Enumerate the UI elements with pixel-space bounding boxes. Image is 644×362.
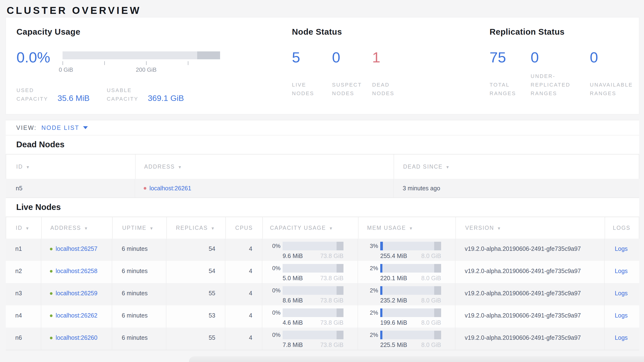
node-status-panel: Node Status 5 LIVE NODES 0 SUSPECT NODES… bbox=[292, 27, 420, 98]
node-replicas: 53 bbox=[166, 305, 225, 327]
view-label: VIEW: bbox=[16, 124, 36, 131]
axis-tick bbox=[62, 61, 63, 65]
logs-link[interactable]: Logs bbox=[615, 268, 628, 274]
node-status-title: Node Status bbox=[292, 27, 420, 37]
table-row: n3 localhost:26259 6 minutes 55 4 0% 8.6… bbox=[6, 283, 639, 305]
node-address-cell: localhost:26257 bbox=[41, 239, 112, 261]
live-col-cpus: CPUS bbox=[225, 217, 262, 239]
node-uptime: 6 minutes bbox=[112, 283, 166, 305]
sort-desc-icon bbox=[329, 225, 334, 231]
dead-col-id[interactable]: ID bbox=[6, 154, 135, 179]
axis-tick bbox=[188, 61, 188, 65]
capacity-bar-axis: 0 GiB 200 GiB bbox=[62, 59, 220, 72]
node-replicas: 55 bbox=[166, 283, 225, 305]
live-col-address[interactable]: ADDRESS bbox=[41, 217, 112, 239]
node-uptime: 6 minutes bbox=[112, 305, 166, 327]
live-nodes-table-body: n1 localhost:26257 6 minutes 54 4 0% 9.6… bbox=[6, 239, 639, 350]
live-col-uptime[interactable]: UPTIME bbox=[112, 217, 166, 239]
unavailable-count: 0 bbox=[590, 49, 644, 66]
unavailable-ranges-stat: 0 UNAVAILABLE RANGES bbox=[590, 49, 644, 98]
node-capacity-usage: 0% 9.6 MiB73.8 GiB bbox=[262, 239, 358, 261]
dead-node-address-cell: localhost:26261 bbox=[134, 179, 393, 198]
dead-node-id: n5 bbox=[6, 179, 134, 198]
node-address-link[interactable]: localhost:26262 bbox=[56, 312, 98, 319]
under-replicated-count: 0 bbox=[530, 49, 590, 66]
live-col-version[interactable]: VERSION bbox=[456, 217, 604, 239]
dead-node-dead-since: 3 minutes ago bbox=[393, 179, 638, 198]
sort-desc-icon bbox=[178, 163, 182, 170]
node-address-link[interactable]: localhost:26260 bbox=[56, 334, 98, 341]
dead-nodes-label: DEAD NODES bbox=[372, 81, 408, 98]
table-row: n4 localhost:26262 6 minutes 53 4 0% 4.6… bbox=[6, 305, 639, 327]
node-capacity-usage: 0% 5.0 MiB73.8 GiB bbox=[262, 261, 358, 283]
node-id: n2 bbox=[6, 261, 41, 283]
node-address-link[interactable]: localhost:26259 bbox=[56, 290, 98, 296]
view-mode-dropdown[interactable]: NODE LIST bbox=[41, 124, 88, 131]
logs-link[interactable]: Logs bbox=[615, 290, 628, 296]
chevron-down-icon bbox=[83, 126, 88, 129]
node-cpus: 4 bbox=[225, 283, 262, 305]
logs-link[interactable]: Logs bbox=[615, 312, 628, 319]
usable-capacity-stat: USABLE CAPACITY 369.1 GiB bbox=[107, 86, 184, 103]
live-col-mem-usage[interactable]: MEM USAGE bbox=[358, 217, 456, 239]
replication-status-title: Replication Status bbox=[490, 27, 644, 37]
node-mem-usage: 3% 255.4 MiB8.0 GiB bbox=[358, 239, 455, 261]
sort-desc-icon bbox=[446, 163, 450, 170]
replication-status-panel: Replication Status 75 TOTAL RANGES 0 UND… bbox=[490, 27, 644, 98]
node-mem-usage: 2% 220.1 MiB8.0 GiB bbox=[358, 261, 455, 283]
node-version: v19.2.0-alpha.20190606-2491-gfe735c9a97 bbox=[455, 283, 604, 305]
memory-mini-bar bbox=[380, 331, 441, 339]
dead-col-address[interactable]: ADDRESS bbox=[135, 154, 394, 179]
capacity-mini-bar bbox=[282, 286, 344, 295]
node-version: v19.2.0-alpha.20190606-2491-gfe735c9a97 bbox=[455, 305, 604, 327]
dead-col-dead-since[interactable]: DEAD SINCE bbox=[394, 154, 638, 179]
used-capacity-stat: USED CAPACITY 35.6 MiB bbox=[16, 86, 90, 103]
node-address-link[interactable]: localhost:26257 bbox=[56, 245, 98, 252]
live-nodes-count: 5 bbox=[292, 49, 332, 66]
node-logs-cell: Logs bbox=[604, 327, 638, 350]
dead-nodes-heading: Dead Nodes bbox=[6, 135, 639, 154]
node-cpus: 4 bbox=[225, 261, 262, 283]
usable-capacity-value: 369.1 GiB bbox=[148, 93, 184, 103]
node-version: v19.2.0-alpha.20190606-2491-gfe735c9a97 bbox=[455, 261, 604, 283]
node-version: v19.2.0-alpha.20190606-2491-gfe735c9a97 bbox=[455, 239, 604, 261]
dead-nodes-stat: 1 DEAD NODES bbox=[372, 49, 420, 98]
table-row: n6 localhost:26260 6 minutes 55 4 0% 7.8… bbox=[6, 327, 639, 350]
view-selector-bar: VIEW: NODE LIST bbox=[6, 120, 639, 135]
live-status-dot-icon bbox=[50, 314, 52, 317]
sort-desc-icon bbox=[211, 225, 215, 231]
node-list-section: Dead Nodes ID ADDRESS DEAD SINCE n5 loca… bbox=[6, 135, 639, 350]
capacity-mini-bar bbox=[282, 242, 344, 250]
live-status-dot-icon bbox=[50, 270, 52, 273]
live-col-id[interactable]: ID bbox=[6, 217, 41, 239]
total-ranges-stat: 75 TOTAL RANGES bbox=[490, 49, 530, 98]
used-capacity-label: USED CAPACITY bbox=[16, 86, 58, 103]
sort-desc-icon bbox=[150, 225, 154, 231]
node-id: n4 bbox=[6, 305, 41, 327]
dead-status-dot-icon bbox=[144, 187, 146, 190]
total-ranges-label: TOTAL RANGES bbox=[490, 81, 525, 98]
dead-node-address-link[interactable]: localhost:26261 bbox=[150, 185, 191, 192]
node-capacity-usage: 0% 8.6 MiB73.8 GiB bbox=[262, 283, 358, 305]
under-replicated-label: UNDER-REPLICATED RANGES bbox=[530, 72, 586, 98]
live-col-replicas[interactable]: REPLICAS bbox=[166, 217, 225, 239]
node-version: v19.2.0-alpha.20190606-2491-gfe735c9a97 bbox=[455, 327, 604, 350]
node-cpus: 4 bbox=[225, 327, 262, 350]
live-col-capacity-usage[interactable]: CAPACITY USAGE bbox=[262, 217, 358, 239]
suspect-nodes-label: SUSPECT NODES bbox=[332, 81, 368, 98]
capacity-usage-panel: Capacity Usage 0.0% 0 GiB 200 GiB USED C… bbox=[16, 27, 220, 103]
node-id: n6 bbox=[6, 327, 41, 350]
used-capacity-value: 35.6 MiB bbox=[58, 93, 90, 103]
live-nodes-label: LIVE NODES bbox=[292, 81, 328, 98]
node-replicas: 55 bbox=[166, 327, 225, 350]
live-status-dot-icon bbox=[50, 292, 52, 295]
logs-link[interactable]: Logs bbox=[615, 334, 628, 341]
sort-desc-icon bbox=[25, 225, 30, 231]
node-address-link[interactable]: localhost:26258 bbox=[56, 268, 98, 274]
node-cpus: 4 bbox=[225, 239, 262, 261]
axis-tick-label: 200 GiB bbox=[136, 67, 156, 73]
node-address-cell: localhost:26260 bbox=[41, 327, 112, 350]
logs-link[interactable]: Logs bbox=[615, 245, 628, 252]
sort-desc-icon bbox=[84, 225, 88, 231]
memory-mini-bar bbox=[380, 242, 441, 250]
